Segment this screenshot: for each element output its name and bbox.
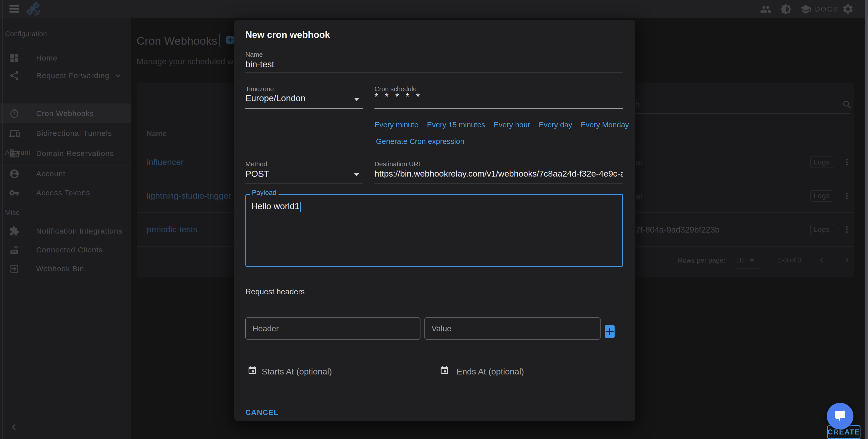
- calendar-icon[interactable]: [247, 366, 257, 375]
- add-box-icon: [226, 36, 234, 44]
- chat-bubble-icon: [833, 409, 847, 423]
- puzzle-icon: [9, 226, 20, 236]
- link-every-day[interactable]: Every day: [539, 121, 572, 129]
- app-root: DOCS Configuration Home Request Forwardi…: [0, 0, 868, 439]
- dashboard-icon: [9, 53, 20, 63]
- sidebar-section-misc: Misc: [5, 209, 20, 217]
- sidebar-item-access-tokens[interactable]: Access Tokens: [0, 183, 131, 203]
- hamburger-icon: [9, 5, 19, 6]
- kebab-menu-icon[interactable]: [842, 191, 852, 201]
- dropdown-arrow-icon[interactable]: [354, 173, 360, 176]
- name-field-label: Name: [245, 51, 263, 59]
- devices-icon: [9, 128, 20, 138]
- logs-button[interactable]: Logs: [810, 190, 833, 202]
- key-icon: [9, 188, 20, 198]
- request-headers-label: Request headers: [245, 287, 305, 296]
- sidebar-item-home[interactable]: Home: [0, 48, 131, 68]
- school-icon: [800, 3, 811, 15]
- rows-per-page-select[interactable]: 10: [736, 256, 744, 264]
- window-edge-line: [2, 0, 2, 439]
- add-header-button[interactable]: [605, 325, 615, 338]
- sidebar-divider: [0, 202, 131, 202]
- chat-widget-button[interactable]: [827, 403, 854, 430]
- page-subtitle: Manage your scheduled we: [136, 57, 238, 66]
- top-app-bar: DOCS: [0, 0, 868, 18]
- kebab-menu-icon[interactable]: [842, 224, 852, 234]
- value-input[interactable]: [425, 317, 600, 340]
- text-cursor: [300, 202, 301, 212]
- dropdown-arrow-icon[interactable]: [749, 259, 754, 262]
- payload-text: Hello world1: [251, 201, 622, 212]
- sidebar-item-account[interactable]: Account: [0, 164, 131, 184]
- docs-button[interactable]: DOCS: [800, 3, 839, 15]
- destination-url-field-label: Destination URL: [374, 160, 422, 168]
- timezone-select[interactable]: Europe/London: [245, 93, 305, 103]
- table-header-name: Name: [147, 130, 166, 138]
- logs-button[interactable]: Logs: [810, 224, 833, 235]
- method-select[interactable]: POST: [245, 169, 269, 179]
- new-cron-webhook-dialog: New cron webhook Name bin-test Timezone …: [234, 20, 635, 421]
- starts-at-field[interactable]: Starts At (optional): [262, 367, 332, 376]
- sidebar-section-configuration: Configuration: [5, 30, 47, 38]
- dropdown-arrow-icon[interactable]: [354, 98, 360, 101]
- search-icon[interactable]: [842, 99, 852, 110]
- timezone-field-label: Timezone: [245, 85, 274, 93]
- share-icon: [9, 70, 20, 81]
- row-url-fragment: ai: [636, 191, 642, 201]
- method-field-label: Method: [245, 160, 267, 168]
- page-title: Cron Webhooks: [136, 35, 217, 47]
- sidebar-item-connected-clients[interactable]: Connected Clients: [0, 240, 131, 260]
- payload-field-label: Payload: [250, 189, 279, 197]
- person-icon: [9, 168, 20, 179]
- link-every-minute[interactable]: Every minute: [374, 121, 418, 129]
- header-input[interactable]: [245, 317, 421, 340]
- search-underline: [610, 113, 850, 114]
- cron-schedule-input[interactable]: * * * * *: [374, 91, 422, 102]
- timer-icon: [9, 108, 20, 119]
- sidebar-item-bidirectional-tunnels[interactable]: Bidirectional Tunnels: [0, 123, 131, 143]
- row-url-fragment: ai: [636, 158, 642, 167]
- row-url-fragment: 7f-804a-9ad329bf223b: [636, 225, 719, 234]
- theme-toggle-icon[interactable]: [780, 3, 792, 15]
- users-icon[interactable]: [760, 3, 772, 15]
- settings-gear-icon[interactable]: [842, 3, 854, 15]
- logs-button[interactable]: Logs: [810, 156, 833, 168]
- pagination-range: 1-3 of 3: [778, 256, 802, 264]
- router-icon: [9, 245, 20, 255]
- docs-label: DOCS: [815, 5, 839, 13]
- collapse-sidebar-chevron-icon[interactable]: [7, 421, 20, 434]
- menu-button[interactable]: [0, 0, 30, 18]
- sidebar-item-notification-integrations[interactable]: Notification Integrations: [0, 221, 131, 241]
- payload-textarea[interactable]: Hello world1: [245, 194, 623, 267]
- name-field-input[interactable]: bin-test: [245, 59, 274, 69]
- calendar-icon[interactable]: [439, 366, 449, 375]
- kebab-menu-icon[interactable]: [842, 157, 852, 167]
- sidebar-section-account: Account: [5, 149, 30, 156]
- link-every-monday[interactable]: Every Monday: [581, 121, 629, 129]
- chevron-down-icon: [113, 70, 123, 81]
- chevron-left-icon[interactable]: [816, 255, 827, 266]
- rows-per-page-label: Rows per page:: [678, 257, 725, 264]
- generate-cron-expression-link[interactable]: Generate Cron expression: [376, 137, 464, 146]
- sidebar-item-webhook-bin[interactable]: Webhook Bin: [0, 259, 131, 279]
- scrollbar[interactable]: [865, 0, 868, 439]
- sidebar-item-request-forwarding[interactable]: Request Forwarding: [0, 66, 131, 85]
- app-logo-satellite-icon: [26, 2, 40, 16]
- cancel-button[interactable]: CANCEL: [245, 408, 279, 417]
- dialog-title: New cron webhook: [245, 30, 330, 40]
- link-every-15-minutes[interactable]: Every 15 minutes: [427, 121, 485, 129]
- chevron-right-icon[interactable]: [841, 255, 852, 266]
- destination-url-input[interactable]: https://bin.webhookrelay.com/v1/webhooks…: [374, 169, 623, 179]
- link-every-hour[interactable]: Every hour: [494, 121, 530, 129]
- cron-quick-links: Every minute Every 15 minutes Every hour…: [374, 121, 629, 129]
- sidebar-nav: Configuration Home Request Forwarding Cr…: [0, 18, 131, 439]
- ends-at-field[interactable]: Ends At (optional): [457, 367, 524, 376]
- exit-icon: [9, 263, 20, 274]
- sidebar-item-cron-webhooks[interactable]: Cron Webhooks: [0, 103, 131, 123]
